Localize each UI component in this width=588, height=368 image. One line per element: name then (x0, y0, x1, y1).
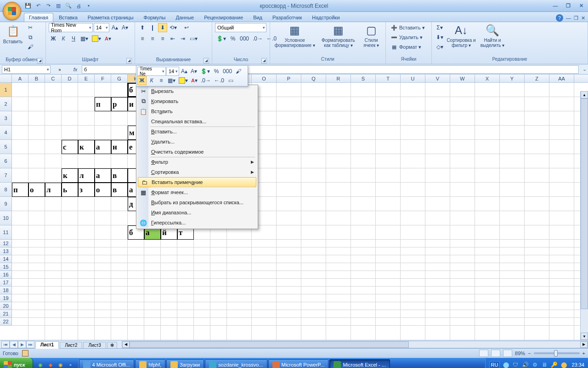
column-header[interactable]: E (78, 75, 95, 82)
context-menu-item[interactable]: ✂Вырезать (137, 86, 257, 96)
tray-icon[interactable]: 🖥 (541, 361, 548, 368)
crossword-cell[interactable]: п (95, 97, 111, 111)
row-header[interactable]: 1 (0, 83, 12, 97)
percent-icon[interactable]: % (228, 34, 237, 43)
tab-last-icon[interactable]: ⏭ (26, 341, 34, 348)
mini-bold-button[interactable]: Ж (137, 76, 147, 85)
find-select-button[interactable]: 🔍Найти и выделить ▾ (478, 23, 507, 48)
tab-developer[interactable]: Разработчик (268, 13, 306, 22)
column-header[interactable]: A (12, 75, 28, 82)
sort-filter-button[interactable]: A↓Сортировка и фильтр ▾ (447, 23, 476, 48)
underline-button[interactable]: Ч (69, 34, 78, 43)
tab-review[interactable]: Рецензирование (199, 13, 248, 22)
mini-size-combo[interactable]: 14 (166, 67, 179, 76)
align-right-icon[interactable]: ≡ (158, 34, 167, 43)
context-menu-item[interactable]: Сортировка▶ (137, 167, 257, 177)
tray-icon[interactable]: 🛡 (512, 361, 519, 368)
align-bottom-icon[interactable]: ⬇ (158, 23, 167, 32)
copy-icon[interactable]: ⧉ (26, 33, 35, 42)
comma-icon[interactable]: 000 (238, 34, 250, 43)
save-icon[interactable]: 💾 (24, 2, 32, 10)
normal-view-icon[interactable] (479, 350, 488, 357)
crossword-cell[interactable]: о (28, 183, 45, 197)
font-color-button[interactable]: A▾ (103, 34, 113, 43)
font-size-combo[interactable]: 14 (94, 23, 109, 32)
scroll-left-icon[interactable]: ◀ (122, 341, 130, 348)
column-header[interactable]: P (277, 75, 301, 82)
context-menu-item[interactable]: 📋Вставить (137, 106, 257, 116)
row-header[interactable]: 3 (0, 111, 12, 126)
inc-decimal-icon[interactable]: .0→ (251, 34, 264, 43)
cut-icon[interactable]: ✂ (26, 23, 35, 32)
vertical-scrollbar[interactable]: ▲ ▼ (580, 91, 588, 340)
crossword-cell[interactable]: к (62, 168, 78, 183)
mini-italic-button[interactable]: К (147, 76, 156, 85)
mini-border-icon[interactable]: ▦▾ (166, 76, 177, 85)
page-layout-icon[interactable] (491, 350, 500, 357)
tray-icon[interactable]: 🔑 (550, 361, 558, 368)
tab-view[interactable]: Вид (249, 13, 267, 22)
row-header[interactable]: 18 (0, 287, 12, 294)
taskbar-button[interactable]: Microsoft PowerP... (268, 359, 329, 368)
zoom-level[interactable]: 89% (515, 351, 525, 356)
mini-fill-icon[interactable]: ▾ (177, 76, 189, 85)
dialog-launcher[interactable]: ◢ (204, 58, 209, 63)
crossword-cell[interactable]: л (78, 168, 95, 183)
scroll-up-icon[interactable]: ▲ (581, 91, 588, 98)
zoom-in-icon[interactable]: + (582, 351, 585, 356)
row-header[interactable]: 2 (0, 97, 12, 111)
decrease-font-icon[interactable]: A▾ (120, 23, 130, 32)
mini-fontcolor-icon[interactable]: A▾ (190, 76, 199, 85)
row-header[interactable]: 21 (0, 310, 12, 318)
taskbar-button[interactable]: Microsoft Excel - ... (329, 359, 390, 368)
mini-incdec-icon[interactable]: .0→ (199, 76, 212, 85)
fill-icon[interactable]: ⬇▾ (435, 33, 445, 42)
tab-first-icon[interactable]: ⏮ (1, 341, 10, 348)
mini-merge-icon[interactable]: ▭ (226, 76, 235, 85)
tray-icon[interactable]: 🔊 (521, 361, 529, 368)
macro-icon[interactable] (22, 350, 28, 356)
context-menu-item[interactable]: Вставить... (137, 126, 257, 137)
column-header[interactable]: X (475, 75, 500, 82)
context-menu-item[interactable]: 🗀Вставить примечание (138, 177, 256, 187)
tab-formulas[interactable]: Формулы (139, 13, 170, 22)
redo-icon[interactable]: ↷ (44, 2, 52, 10)
worksheet-grid[interactable]: ABCDEFGHIJKLMNOPQRSTUVWXYZAA 12345678910… (0, 75, 588, 340)
dialog-launcher[interactable]: ◢ (37, 58, 43, 63)
row-header[interactable]: 9 (0, 197, 12, 211)
taskbar-button[interactable]: sozdanie_krossvo... (205, 359, 267, 368)
tab-data[interactable]: Данные (171, 13, 198, 22)
row-header[interactable]: 15 (0, 263, 12, 271)
office-button[interactable] (3, 2, 21, 20)
minimize-button[interactable]: ― (550, 2, 560, 10)
crossword-cell[interactable]: а (95, 140, 111, 154)
zoom-slider[interactable] (534, 352, 580, 354)
context-menu-item[interactable]: ▦Формат ячеек... (137, 187, 257, 197)
column-header[interactable]: W (450, 75, 475, 82)
row-header[interactable]: 6 (0, 154, 12, 168)
column-header[interactable]: T (376, 75, 401, 82)
currency-icon[interactable]: 💲▾ (215, 34, 227, 43)
doc-restore-button[interactable]: ❐ (574, 15, 578, 21)
format-table-button[interactable]: ▦Форматировать как таблицу ▾ (318, 23, 358, 48)
insert-cells-button[interactable]: ➕Вставить ▾ (389, 23, 427, 32)
orientation-icon[interactable]: ⟲▾ (168, 23, 178, 32)
ql-icon[interactable]: ◉ (56, 360, 65, 368)
doc-minimize-button[interactable]: ― (566, 15, 571, 21)
autosum-icon[interactable]: Σ▾ (435, 23, 445, 32)
format-painter-icon[interactable]: 🖌 (26, 42, 35, 52)
align-center-icon[interactable]: ≡ (148, 34, 157, 43)
format-cells-button[interactable]: ▦Формат ▾ (389, 42, 427, 52)
mini-font-combo[interactable]: Times Ne (137, 67, 166, 76)
clear-icon[interactable]: ◇▾ (435, 42, 445, 52)
crossword-cell[interactable]: з (78, 183, 95, 197)
row-header[interactable]: 10 (0, 211, 12, 225)
context-menu-item[interactable]: Выбрать из раскрывающегося списка... (137, 197, 257, 207)
sheet-tab[interactable]: Лист2 (60, 342, 82, 348)
column-header[interactable]: C (45, 75, 62, 82)
undo-icon[interactable]: ↶ (34, 2, 42, 10)
crossword-cell[interactable]: в (111, 168, 128, 183)
start-button[interactable]: пуск (0, 358, 33, 368)
column-header[interactable]: R (326, 75, 351, 82)
fill-color-button[interactable]: ▾ (90, 34, 102, 43)
